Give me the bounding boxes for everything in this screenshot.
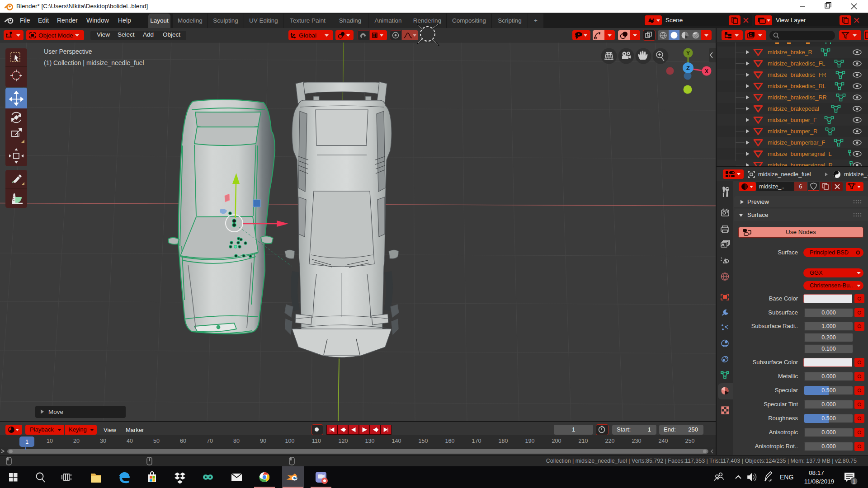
svg-text:User Perspective: User Perspective	[44, 48, 92, 55]
svg-text:Global: Global	[299, 32, 316, 39]
svg-text:(1) Collection | midsize_needl: (1) Collection | midsize_needle_fuel	[44, 59, 144, 66]
svg-text:X: X	[705, 68, 708, 75]
svg-text:midsize_brakedisc_FL: midsize_brakedisc_FL	[768, 60, 825, 67]
svg-text:Move: Move	[48, 408, 63, 415]
svg-text:08:17: 08:17	[809, 469, 824, 476]
svg-text:Object Mode: Object Mode	[38, 32, 73, 39]
svg-text:midsize_bumper_F: midsize_bumper_F	[768, 117, 817, 123]
svg-text:Y: Y	[686, 50, 690, 56]
svg-text:Z: Z	[686, 65, 690, 71]
svg-text:11/08/2019: 11/08/2019	[804, 478, 835, 485]
svg-text:midsize_bumpersignal_R: midsize_bumpersignal_R	[768, 162, 833, 166]
svg-text:midsize_bumperbar_F: midsize_bumperbar_F	[768, 139, 825, 146]
svg-text:midsize_brake_R: midsize_brake_R	[768, 49, 812, 56]
svg-text:midsize_bumper_R: midsize_bumper_R	[768, 128, 817, 135]
svg-text:midsize_brakedisc_FR: midsize_brakedisc_FR	[768, 71, 826, 78]
svg-text:midsize_brakedisc_RL: midsize_brakedisc_RL	[768, 83, 826, 89]
svg-text:ENG: ENG	[780, 474, 793, 481]
svg-text:1: 1	[853, 479, 856, 485]
svg-text:midsize_bumpersignal_L: midsize_bumpersignal_L	[768, 150, 832, 157]
svg-text:midsize_brakedisc_RR: midsize_brakedisc_RR	[768, 94, 827, 101]
svg-text:midsize_brakepedal: midsize_brakepedal	[768, 105, 819, 112]
